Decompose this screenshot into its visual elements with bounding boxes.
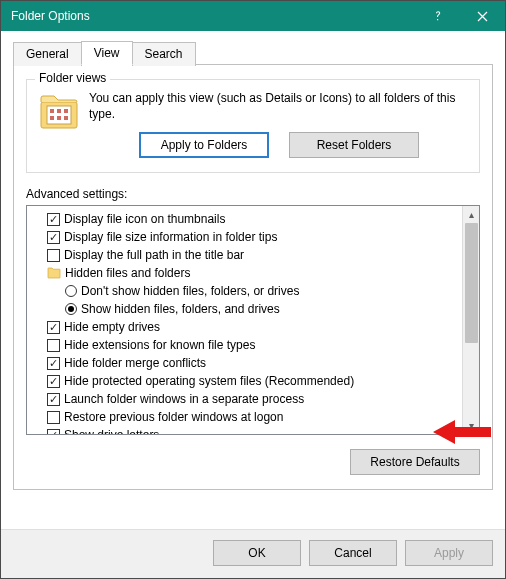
radio-icon[interactable]: [65, 303, 77, 315]
setting-label: Show hidden files, folders, and drives: [81, 302, 280, 316]
setting-dont-show-hidden[interactable]: Don't show hidden files, folders, or dri…: [47, 282, 458, 300]
close-button[interactable]: [460, 1, 505, 31]
window-title: Folder Options: [11, 9, 415, 23]
setting-display-file-icon[interactable]: ✓ Display file icon on thumbnails: [47, 210, 458, 228]
scroll-thumb[interactable]: [465, 223, 478, 343]
help-icon: [432, 10, 444, 22]
setting-label: Launch folder windows in a separate proc…: [64, 392, 304, 406]
tab-panel-view: Folder views You can apply th: [13, 64, 493, 490]
setting-label: Show drive letters: [64, 428, 159, 434]
checkbox-icon[interactable]: [47, 411, 60, 424]
setting-label: Display file icon on thumbnails: [64, 212, 225, 226]
setting-label: Display the full path in the title bar: [64, 248, 244, 262]
checkbox-icon[interactable]: ✓: [47, 357, 60, 370]
svg-rect-3: [57, 109, 61, 113]
scroll-up-icon[interactable]: ▴: [463, 206, 480, 223]
checkbox-icon[interactable]: ✓: [47, 393, 60, 406]
svg-rect-5: [50, 116, 54, 120]
reset-folders-button[interactable]: Reset Folders: [289, 132, 419, 158]
folder-views-icon: [39, 92, 79, 132]
advanced-settings-label: Advanced settings:: [26, 187, 480, 201]
setting-label: Hide protected operating system files (R…: [64, 374, 354, 388]
checkbox-icon[interactable]: [47, 249, 60, 262]
checkbox-icon[interactable]: ✓: [47, 231, 60, 244]
setting-label: Don't show hidden files, folders, or dri…: [81, 284, 299, 298]
svg-rect-6: [57, 116, 61, 120]
setting-label: Restore previous folder windows at logon: [64, 410, 283, 424]
apply-button[interactable]: Apply: [405, 540, 493, 566]
setting-full-path-titlebar[interactable]: Display the full path in the title bar: [47, 246, 458, 264]
ok-button[interactable]: OK: [213, 540, 301, 566]
checkbox-icon[interactable]: ✓: [47, 429, 60, 435]
setting-launch-separate-process[interactable]: ✓ Launch folder windows in a separate pr…: [47, 390, 458, 408]
setting-show-drive-letters[interactable]: ✓ Show drive letters: [47, 426, 458, 434]
tabstrip: General View Search: [13, 41, 493, 65]
scroll-down-icon[interactable]: ▾: [463, 417, 480, 434]
folder-views-legend: Folder views: [35, 71, 110, 85]
dialog-body: General View Search Folder views: [1, 31, 505, 529]
svg-rect-7: [64, 116, 68, 120]
checkbox-icon[interactable]: ✓: [47, 375, 60, 388]
svg-rect-4: [64, 109, 68, 113]
folder-options-window: Folder Options General View Search Folde…: [0, 0, 506, 579]
cancel-button[interactable]: Cancel: [309, 540, 397, 566]
folder-icon: [47, 267, 61, 279]
tab-view[interactable]: View: [81, 41, 133, 65]
setting-hidden-files-group[interactable]: Hidden files and folders: [47, 264, 458, 282]
setting-label: Display file size information in folder …: [64, 230, 277, 244]
dialog-buttons: OK Cancel Apply: [1, 529, 505, 578]
setting-hide-empty-drives[interactable]: ✓ Hide empty drives: [47, 318, 458, 336]
radio-icon[interactable]: [65, 285, 77, 297]
apply-to-folders-button[interactable]: Apply to Folders: [139, 132, 269, 158]
setting-restore-previous-windows[interactable]: Restore previous folder windows at logon: [47, 408, 458, 426]
advanced-settings-box: ✓ Display file icon on thumbnails ✓ Disp…: [26, 205, 480, 435]
restore-defaults-button[interactable]: Restore Defaults: [350, 449, 480, 475]
setting-hide-protected-os-files[interactable]: ✓ Hide protected operating system files …: [47, 372, 458, 390]
setting-label: Hide empty drives: [64, 320, 160, 334]
setting-hide-merge-conflicts[interactable]: ✓ Hide folder merge conflicts: [47, 354, 458, 372]
setting-label: Hide extensions for known file types: [64, 338, 255, 352]
setting-display-file-size[interactable]: ✓ Display file size information in folde…: [47, 228, 458, 246]
setting-label: Hide folder merge conflicts: [64, 356, 206, 370]
tab-search[interactable]: Search: [132, 42, 196, 66]
close-icon: [477, 11, 488, 22]
svg-rect-2: [50, 109, 54, 113]
setting-show-hidden[interactable]: Show hidden files, folders, and drives: [47, 300, 458, 318]
folder-views-group: Folder views You can apply th: [26, 79, 480, 173]
checkbox-icon[interactable]: ✓: [47, 321, 60, 334]
scrollbar[interactable]: ▴ ▾: [462, 206, 479, 434]
help-button[interactable]: [415, 1, 460, 31]
folder-views-text: You can apply this view (such as Details…: [89, 90, 467, 122]
checkbox-icon[interactable]: ✓: [47, 213, 60, 226]
tab-general[interactable]: General: [13, 42, 82, 66]
titlebar: Folder Options: [1, 1, 505, 31]
checkbox-icon[interactable]: [47, 339, 60, 352]
setting-label: Hidden files and folders: [65, 266, 190, 280]
svg-rect-1: [47, 106, 71, 124]
advanced-settings-list[interactable]: ✓ Display file icon on thumbnails ✓ Disp…: [27, 206, 462, 434]
setting-hide-extensions[interactable]: Hide extensions for known file types: [47, 336, 458, 354]
